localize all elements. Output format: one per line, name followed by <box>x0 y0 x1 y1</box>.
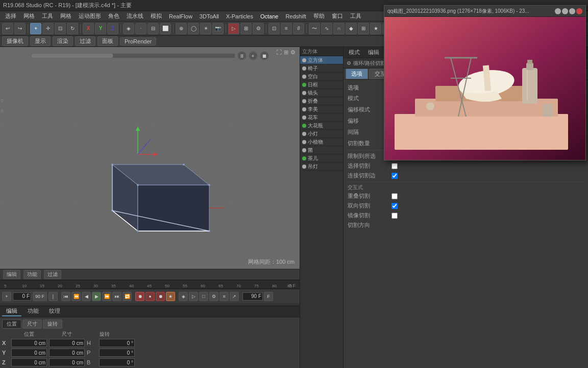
z-axis[interactable]: Z <box>107 23 118 34</box>
tc-plus[interactable]: + <box>2 292 11 301</box>
render-mode-btn[interactable]: 渲染 <box>53 36 73 46</box>
motion-play[interactable]: ▷ <box>189 292 198 301</box>
maximize-btn[interactable] <box>569 8 575 14</box>
display-btn[interactable]: 显示 <box>30 36 51 46</box>
nurbs-btn[interactable]: ∩ <box>333 23 345 34</box>
menu-xparticles[interactable]: X-Particles <box>223 13 256 20</box>
move-tool[interactable]: ✛ <box>42 23 54 34</box>
prorender-btn[interactable]: ProRender <box>120 37 156 45</box>
props-mode[interactable]: 模式 <box>347 49 362 56</box>
size-tab[interactable]: 尺寸 <box>22 319 42 329</box>
obj-limei[interactable]: 李美 <box>300 105 343 113</box>
record-btn[interactable]: ⏺ <box>135 292 144 301</box>
viewport-icon-move[interactable]: ⛶ <box>276 49 282 56</box>
key-sel-btn[interactable]: ★ <box>166 292 175 301</box>
restore-btn[interactable] <box>562 8 568 14</box>
filter-btn[interactable]: 过滤 <box>75 36 95 46</box>
poly-mode[interactable]: ⬜ <box>160 23 171 34</box>
z-size-input[interactable] <box>49 358 85 366</box>
x-size-input[interactable] <box>49 339 85 347</box>
obj-chandelier[interactable]: 吊灯 <box>300 163 343 171</box>
function-view-btn[interactable]: 功能 <box>23 270 41 279</box>
menu-help[interactable]: 帮助 <box>310 12 328 20</box>
double-cut-checkbox[interactable] <box>391 193 398 199</box>
motion-layers[interactable]: ≡ <box>219 292 229 301</box>
material[interactable]: ◯ <box>188 23 199 34</box>
x-pos-input[interactable] <box>11 339 47 347</box>
obj-frame[interactable]: 日框 <box>300 81 343 89</box>
pos-tab[interactable]: 位置 <box>2 319 21 329</box>
menu-select[interactable]: 选择 <box>2 12 19 20</box>
x-rot-input[interactable] <box>99 339 135 347</box>
y-axis[interactable]: Y <box>95 23 106 34</box>
filter-view-btn[interactable]: 过滤 <box>44 270 61 279</box>
auto-key-btn[interactable]: ● <box>145 292 155 301</box>
motion-rec[interactable]: ◈ <box>179 292 188 301</box>
obj-lens[interactable]: 镜头 <box>300 89 343 97</box>
menu-tools2[interactable]: 工具 <box>347 12 364 20</box>
camera-btn[interactable]: 摄像机 <box>2 36 28 46</box>
stop-btn[interactable]: ⏹ <box>260 51 269 60</box>
para-btn[interactable]: ≡ <box>281 23 292 34</box>
edit-tab[interactable]: 编辑 <box>2 307 21 316</box>
undo-btn[interactable]: ↩ <box>2 23 13 34</box>
edit-view-btn[interactable]: 编辑 <box>3 270 20 279</box>
preview-window[interactable]: qq截图_20201222103936.png (1276×718像素, 100… <box>384 5 586 160</box>
grid-btn[interactable]: # <box>293 23 304 34</box>
menu-pipeline[interactable]: 流水线 <box>124 12 146 20</box>
prev-frame-btn[interactable]: ⏪ <box>71 292 81 301</box>
add-keyframe-btn[interactable]: + <box>249 51 258 60</box>
obj-plant[interactable]: 小植物 <box>300 138 343 146</box>
go-start-btn[interactable]: ⏮ <box>61 292 70 301</box>
menu-simulate[interactable]: 模拟 <box>148 12 165 20</box>
minimize-btn[interactable] <box>555 8 561 14</box>
fps-btn[interactable]: F <box>264 292 273 301</box>
play-back-btn[interactable]: ◀ <box>82 292 91 301</box>
obj-blank[interactable]: 空白 <box>300 73 343 81</box>
add-obj[interactable]: ⊕ <box>176 23 187 34</box>
select-cut-checkbox[interactable] <box>391 163 398 169</box>
cam-btn[interactable]: 📷 <box>212 23 224 34</box>
motion-stop[interactable]: □ <box>199 292 208 301</box>
y-size-input[interactable] <box>49 349 85 357</box>
next-frame-btn[interactable]: ⏩ <box>102 292 111 301</box>
menu-redshift[interactable]: Redshift <box>282 13 309 20</box>
function-tab[interactable]: 功能 <box>23 307 43 316</box>
loop-btn[interactable]: 🔁 <box>122 292 132 301</box>
spline-btn[interactable]: ∿ <box>321 23 332 34</box>
obj-tea[interactable]: 茶儿 <box>300 154 343 163</box>
render-settings[interactable]: ⚙ <box>253 23 264 34</box>
viewport-icon-frame[interactable]: ⊞ <box>284 49 288 56</box>
menu-mesh[interactable]: 网格 <box>20 12 38 20</box>
viewport-icon-settings[interactable]: ⚙ <box>290 49 296 56</box>
texture-tab[interactable]: 纹理 <box>45 307 64 316</box>
menu-character[interactable]: 角色 <box>105 12 122 20</box>
props-edit[interactable]: 编辑 <box>366 49 381 56</box>
y-rot-input[interactable] <box>99 349 135 357</box>
redo-btn[interactable]: ↪ <box>14 23 26 34</box>
render-view[interactable]: ⊞ <box>240 23 252 34</box>
play-btn[interactable]: ▶ <box>92 292 101 301</box>
render-btn[interactable]: ▷ <box>228 23 239 34</box>
prim-btn[interactable]: ◆ <box>346 23 357 34</box>
obj-fold[interactable]: 折叠 <box>300 97 343 105</box>
close-btn[interactable] <box>576 8 582 14</box>
obj-vase[interactable]: 大花瓶 <box>300 122 343 130</box>
y-pos-input[interactable] <box>11 349 47 357</box>
obj-mode[interactable]: ◈ <box>123 23 134 34</box>
light-btn[interactable]: ☀ <box>200 23 211 34</box>
menu-realflow[interactable]: RealFlow <box>166 13 195 20</box>
obj-lamp[interactable]: 小灯 <box>300 130 343 138</box>
motion-export[interactable]: ↗ <box>230 292 239 301</box>
fps-input[interactable] <box>242 292 263 301</box>
key-all-btn[interactable]: ⏺ <box>156 292 165 301</box>
select-tool[interactable]: ✦ <box>30 23 41 34</box>
motion-tools[interactable]: ⚙ <box>209 292 218 301</box>
x-axis[interactable]: X <box>83 23 94 34</box>
edge-mode[interactable]: ⊟ <box>148 23 159 34</box>
point-mode[interactable]: · <box>135 23 146 34</box>
rot-tab[interactable]: 旋转 <box>43 319 62 329</box>
menu-window[interactable]: 窗口 <box>329 12 346 20</box>
effector-btn[interactable]: ★ <box>370 23 381 34</box>
mirror-checkbox[interactable] <box>391 213 398 219</box>
